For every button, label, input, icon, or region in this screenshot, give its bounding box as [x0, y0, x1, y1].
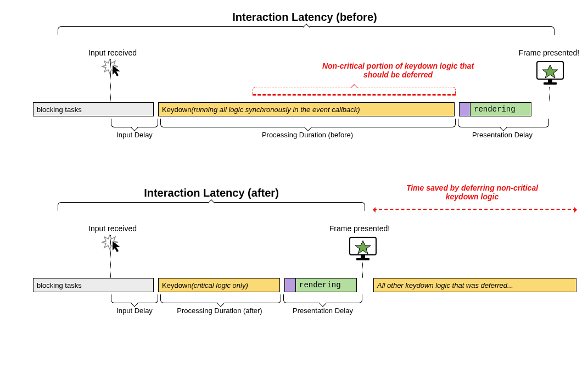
- title-before: Interaction Latency (before): [55, 11, 555, 24]
- bar-row-after: blocking tasks Keydown (critical logic o…: [33, 278, 582, 292]
- svg-marker-7: [113, 241, 120, 252]
- bar-render-before-text: rendering: [474, 105, 516, 114]
- phase-input-delay-before: Input Delay: [110, 131, 159, 139]
- red-note-after: Time saved by deferring non-critical key…: [395, 183, 549, 201]
- bar-render-before: rendering: [470, 102, 531, 116]
- bar-blocking-before-text: blocking tasks: [37, 105, 82, 114]
- cursor-icon-before: [112, 65, 122, 79]
- diagram-before: Interaction Latency (before) Input recei…: [16, 11, 572, 165]
- brace-noncritical: [253, 87, 456, 96]
- svg-rect-11: [356, 258, 369, 260]
- bar-deferred-after-text: All other keydown logic that was deferre…: [377, 281, 513, 289]
- phase-processing-after: Processing Duration (after): [165, 306, 275, 315]
- title-after: Interaction Latency (after): [66, 187, 357, 199]
- keydown-prefix-before: Keydown: [162, 105, 191, 114]
- svg-marker-1: [113, 65, 120, 76]
- brace-processing-after: [160, 294, 281, 303]
- keydown-prefix-after: Keydown: [162, 281, 191, 289]
- phase-processing-before: Processing Duration (before): [253, 131, 362, 139]
- diagram-after: Interaction Latency (after) Time saved b…: [16, 187, 572, 352]
- dotted-line-frame-before: [549, 87, 550, 102]
- bar-keydown-after: Keydown (critical logic only): [158, 278, 280, 292]
- brace-presentation-after: [283, 294, 362, 303]
- brace-input-delay-after: [111, 294, 158, 303]
- svg-rect-4: [548, 79, 552, 82]
- brace-input-delay-before: [111, 119, 158, 127]
- bar-blocking-after: blocking tasks: [33, 278, 154, 292]
- brace-overall-before: [58, 26, 555, 35]
- bar-row-before: blocking tasks Keydown (running all logi…: [33, 102, 565, 116]
- label-input-received-after: Input received: [82, 224, 143, 233]
- arrow-time-saved: [373, 209, 576, 210]
- phase-input-delay-after: Input Delay: [110, 306, 159, 315]
- monitor-icon-after: [349, 236, 377, 263]
- brace-processing-before: [160, 119, 456, 127]
- bar-deferred-after: All other keydown logic that was deferre…: [373, 278, 576, 292]
- red-note-after-text: Time saved by deferring non-critical key…: [406, 183, 538, 201]
- dotted-line-input-after: [110, 235, 111, 278]
- bar-render-after-text: rendering: [299, 281, 341, 289]
- svg-rect-5: [544, 82, 557, 85]
- keydown-italic-after: (critical logic only): [191, 281, 248, 289]
- label-frame-presented-after: Frame presented!: [324, 224, 395, 233]
- label-frame-presented-before: Frame presented!: [513, 48, 585, 57]
- brace-overall-after: [58, 202, 365, 211]
- bar-blocking-before: blocking tasks: [33, 102, 154, 116]
- bar-render-after: rendering: [295, 278, 357, 292]
- keydown-italic-before: (running all logic synchronously in the …: [191, 105, 360, 114]
- brace-presentation-before: [458, 119, 549, 127]
- dotted-line-frame-after: [362, 263, 363, 278]
- dotted-line-input-before: [110, 59, 111, 102]
- red-note-before: Non-critical portion of keydown logic th…: [313, 62, 483, 79]
- label-input-received-before: Input received: [82, 48, 143, 57]
- phase-presentation-before: Presentation Delay: [456, 131, 549, 139]
- phase-presentation-after: Presentation Delay: [280, 306, 366, 315]
- cursor-icon-after: [112, 241, 122, 255]
- gap: [361, 278, 369, 292]
- red-note-before-text: Non-critical portion of keydown logic th…: [322, 62, 474, 79]
- bar-blocking-after-text: blocking tasks: [37, 281, 82, 289]
- bar-keydown-before: Keydown (running all logic synchronously…: [158, 102, 455, 116]
- svg-rect-10: [361, 255, 365, 258]
- monitor-icon-before: [536, 60, 564, 87]
